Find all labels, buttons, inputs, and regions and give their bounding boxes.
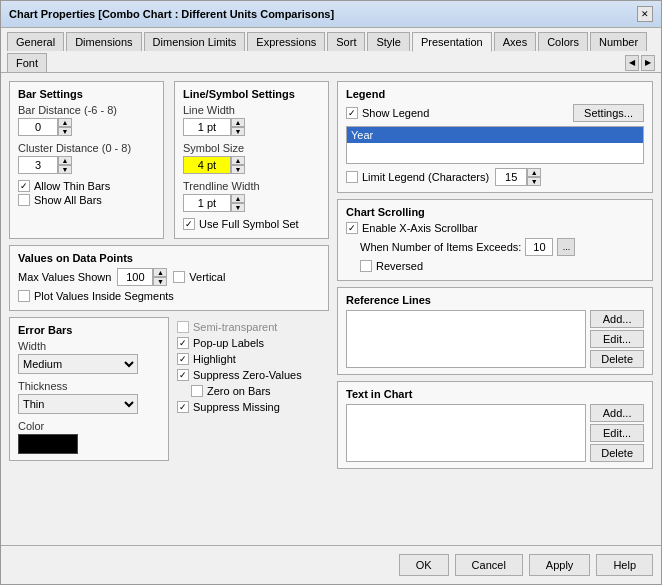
ok-button[interactable]: OK (399, 554, 449, 576)
reference-lines-list (346, 310, 586, 368)
trendline-width-input[interactable]: 1 pt (183, 194, 231, 212)
show-legend-label: Show Legend (362, 107, 429, 119)
tab-scroll-right[interactable]: ▶ (641, 55, 655, 71)
bar-settings-title: Bar Settings (18, 88, 155, 100)
tab-style[interactable]: Style (367, 32, 409, 51)
use-full-symbol-label: Use Full Symbol Set (199, 218, 299, 230)
bar-distance-input[interactable]: 0 (18, 118, 58, 136)
tab-dimensions[interactable]: Dimensions (66, 32, 141, 51)
semi-transparent-checkbox[interactable] (177, 321, 189, 333)
legend-title: Legend (346, 88, 644, 100)
legend-box: Legend Show Legend Settings... Year Limi… (337, 81, 653, 193)
reference-add-button[interactable]: Add... (590, 310, 644, 328)
values-title: Values on Data Points (18, 252, 320, 264)
trendline-width-down[interactable]: ▼ (231, 203, 245, 212)
tab-scroll-left[interactable]: ◀ (625, 55, 639, 71)
line-settings-box: Line/Symbol Settings Line Width 1 pt ▲ ▼… (174, 81, 329, 239)
line-width-down[interactable]: ▼ (231, 127, 245, 136)
show-all-bars-checkbox[interactable] (18, 194, 30, 206)
color-swatch[interactable] (18, 434, 78, 454)
tab-number[interactable]: Number (590, 32, 647, 51)
help-button[interactable]: Help (596, 554, 653, 576)
text-in-chart-box: Text in Chart Add... Edit... Delete (337, 381, 653, 469)
bar-distance-down[interactable]: ▼ (58, 127, 72, 136)
vertical-label: Vertical (189, 271, 225, 283)
symbol-size-down[interactable]: ▼ (231, 165, 245, 174)
legend-settings-button[interactable]: Settings... (573, 104, 644, 122)
trendline-width-spinner: 1 pt ▲ ▼ (183, 194, 320, 212)
allow-thin-bars-label: Allow Thin Bars (34, 180, 110, 192)
error-width-row: Medium Narrow Wide (18, 354, 160, 374)
reference-delete-button[interactable]: Delete (590, 350, 644, 368)
text-add-button[interactable]: Add... (590, 404, 644, 422)
exceeds-browse-btn[interactable]: ... (557, 238, 575, 256)
limit-legend-spinner: 15 ▲ ▼ (495, 168, 541, 186)
tab-expressions[interactable]: Expressions (247, 32, 325, 51)
reference-lines-buttons: Add... Edit... Delete (590, 310, 644, 368)
cluster-distance-input[interactable]: 3 (18, 156, 58, 174)
line-width-up[interactable]: ▲ (231, 118, 245, 127)
limit-legend-input[interactable]: 15 (495, 168, 527, 186)
tab-dimension-limits[interactable]: Dimension Limits (144, 32, 246, 51)
use-full-symbol-checkbox[interactable] (183, 218, 195, 230)
symbol-size-input[interactable]: 4 pt (183, 156, 231, 174)
tab-axes[interactable]: Axes (494, 32, 536, 51)
text-edit-button[interactable]: Edit... (590, 424, 644, 442)
error-thickness-row: Thin Medium Thick (18, 394, 160, 414)
tab-colors[interactable]: Colors (538, 32, 588, 51)
suppress-missing-checkbox[interactable] (177, 401, 189, 413)
tab-general[interactable]: General (7, 32, 64, 51)
highlight-checkbox[interactable] (177, 353, 189, 365)
bar-distance-spinner: 0 ▲ ▼ (18, 118, 155, 136)
reversed-label: Reversed (376, 260, 423, 272)
cluster-distance-up[interactable]: ▲ (58, 156, 72, 165)
line-width-input[interactable]: 1 pt (183, 118, 231, 136)
exceeds-input[interactable]: 10 (525, 238, 553, 256)
tab-sort[interactable]: Sort (327, 32, 365, 51)
legend-item-year[interactable]: Year (347, 127, 643, 143)
allow-thin-bars-checkbox[interactable] (18, 180, 30, 192)
text-in-chart-buttons: Add... Edit... Delete (590, 404, 644, 462)
legend-list: Year (346, 126, 644, 164)
error-bars-box: Error Bars Width Medium Narrow Wide Thic… (9, 317, 169, 461)
reversed-checkbox[interactable] (360, 260, 372, 272)
tab-presentation[interactable]: Presentation (412, 32, 492, 52)
text-delete-button[interactable]: Delete (590, 444, 644, 462)
tab-font[interactable]: Font (7, 53, 47, 72)
line-width-label: Line Width (183, 104, 320, 116)
symbol-size-up[interactable]: ▲ (231, 156, 245, 165)
text-in-chart-list (346, 404, 586, 462)
legend-top-row: Show Legend Settings... (346, 104, 644, 122)
vertical-checkbox[interactable] (173, 271, 185, 283)
error-thickness-select[interactable]: Thin Medium Thick (18, 394, 138, 414)
limit-legend-checkbox[interactable] (346, 171, 358, 183)
footer: OK Cancel Apply Help (1, 545, 661, 584)
zero-on-bars-checkbox[interactable] (191, 385, 203, 397)
max-values-label: Max Values Shown (18, 271, 111, 283)
symbol-size-spinner: 4 pt ▲ ▼ (183, 156, 245, 174)
trendline-width-up[interactable]: ▲ (231, 194, 245, 203)
reference-edit-button[interactable]: Edit... (590, 330, 644, 348)
limit-legend-down[interactable]: ▼ (527, 177, 541, 186)
max-values-input[interactable]: 100 (117, 268, 153, 286)
limit-legend-up[interactable]: ▲ (527, 168, 541, 177)
enable-scrollbar-checkbox[interactable] (346, 222, 358, 234)
bar-settings-box: Bar Settings Bar Distance (-6 - 8) 0 ▲ ▼… (9, 81, 164, 239)
chart-properties-window: Chart Properties [Combo Chart : Differen… (0, 0, 662, 585)
plot-inside-checkbox[interactable] (18, 290, 30, 302)
apply-button[interactable]: Apply (529, 554, 591, 576)
tab-scroll-arrows: ◀ ▶ (625, 53, 655, 72)
close-button[interactable]: ✕ (637, 6, 653, 22)
suppress-zero-checkbox[interactable] (177, 369, 189, 381)
cancel-button[interactable]: Cancel (455, 554, 523, 576)
zero-on-bars-label: Zero on Bars (207, 385, 271, 397)
bar-distance-up[interactable]: ▲ (58, 118, 72, 127)
error-width-select[interactable]: Medium Narrow Wide (18, 354, 138, 374)
max-values-up[interactable]: ▲ (153, 268, 167, 277)
show-legend-checkbox[interactable] (346, 107, 358, 119)
popup-labels-checkbox[interactable] (177, 337, 189, 349)
cluster-distance-down[interactable]: ▼ (58, 165, 72, 174)
max-values-down[interactable]: ▼ (153, 277, 167, 286)
reversed-row: Reversed (346, 260, 644, 272)
values-section-box: Values on Data Points Max Values Shown 1… (9, 245, 329, 311)
